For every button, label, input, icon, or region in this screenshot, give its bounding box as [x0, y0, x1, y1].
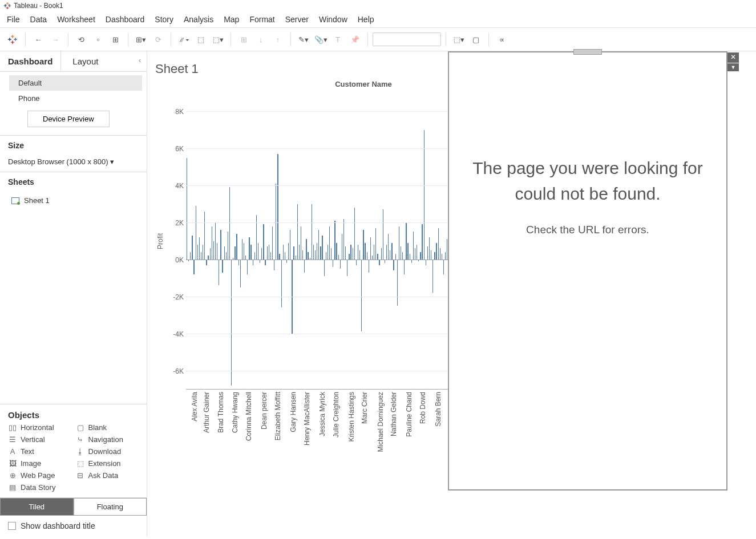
menu-help[interactable]: Help — [358, 15, 374, 24]
menubar: File Data Worksheet Dashboard Story Anal… — [0, 11, 756, 28]
sheets-header: Sheets — [0, 172, 147, 192]
menu-worksheet[interactable]: Worksheet — [57, 15, 95, 24]
object-icon: ▯▯ — [8, 423, 17, 432]
x-label: Elizabeth Moffitt — [274, 392, 282, 440]
object-ask-data[interactable]: ⊟Ask Data — [76, 471, 139, 480]
sort-desc-icon[interactable]: ⬚▾ — [210, 31, 226, 47]
x-label: Julie Creighton — [332, 392, 340, 437]
menu-dashboard[interactable]: Dashboard — [106, 15, 145, 24]
show-dashboard-title[interactable]: Show dashboard title — [0, 516, 147, 536]
object-icon: ⤷ — [76, 435, 85, 444]
back-icon[interactable]: ← — [30, 31, 46, 47]
size-header: Size — [0, 135, 147, 155]
menu-format[interactable]: Format — [249, 15, 274, 24]
menu-analysis[interactable]: Analysis — [184, 15, 213, 24]
checkbox-icon[interactable] — [8, 522, 16, 530]
group-icon[interactable]: ⊞ — [236, 31, 252, 47]
x-label: Henry MacAllister — [303, 392, 311, 445]
swap-icon[interactable]: ⫽▾ — [176, 31, 192, 47]
web-page-panel[interactable]: ✕ ▼ The page you were looking for could … — [448, 51, 727, 491]
object-data-story[interactable]: ▤Data Story — [8, 483, 71, 492]
save-icon[interactable]: ▫ — [90, 31, 106, 47]
x-label: Cathy Hwang — [231, 392, 239, 433]
device-preview-button[interactable]: Device Preview — [27, 111, 110, 127]
menu-story[interactable]: Story — [155, 15, 173, 24]
x-label: Sarah Bern — [434, 392, 442, 427]
tiled-button[interactable]: Tiled — [0, 498, 74, 516]
new-data-icon[interactable]: ⊞ — [107, 31, 123, 47]
sort-asc-icon[interactable]: ⬚ — [193, 31, 209, 47]
x-label: Corinna Mitchell — [245, 392, 253, 441]
sheet-item[interactable]: Sheet 1 — [8, 194, 139, 207]
size-dropdown[interactable]: Desktop Browser (1000 x 800) ▾ — [0, 155, 147, 172]
object-web-page[interactable]: ⊕Web Page — [8, 471, 71, 480]
x-label: Arthur Gainer — [203, 392, 211, 433]
x-label: Michael Dominguez — [377, 392, 385, 452]
presentation-icon[interactable]: ▢ — [468, 31, 484, 47]
object-extension[interactable]: ⬚Extension — [76, 459, 139, 468]
object-icon: A — [8, 447, 17, 456]
object-icon: ⭳ — [76, 447, 85, 456]
forward-icon[interactable]: → — [47, 31, 63, 47]
object-horizontal[interactable]: ▯▯Horizontal — [8, 423, 71, 432]
x-label: Gary Hansen — [289, 392, 297, 432]
device-default[interactable]: Default — [9, 75, 142, 91]
menu-server[interactable]: Server — [285, 15, 309, 24]
x-label: Pauline Chand — [405, 392, 413, 437]
object-download[interactable]: ⭳Download — [76, 447, 139, 456]
x-label: Marc Crier — [361, 392, 369, 424]
show-labels-icon[interactable]: ↓ — [253, 31, 269, 47]
pin-icon[interactable]: 📌 — [347, 31, 363, 47]
device-phone[interactable]: Phone — [9, 91, 142, 106]
y-axis-label: Profit — [155, 93, 165, 390]
drag-handle-icon[interactable] — [573, 49, 602, 55]
clip-icon[interactable]: 📎▾ — [313, 31, 329, 47]
object-icon: ▤ — [8, 483, 17, 492]
object-icon: ⊟ — [76, 471, 85, 480]
share-icon[interactable]: ∝ — [494, 31, 510, 47]
tab-layout[interactable]: Layout — [60, 51, 110, 71]
menu-map[interactable]: Map — [224, 15, 239, 24]
sidebar: Dashboard Layout ‹ Default Phone Device … — [0, 51, 147, 536]
close-icon[interactable]: ✕ — [727, 52, 739, 63]
dropdown-icon[interactable]: ▼ — [727, 63, 739, 71]
x-label: Nathan Gelder — [390, 392, 398, 436]
toolbar: ← → ⟲ ▫ ⊞ ⊞▾ ⟳ ⫽▾ ⬚ ⬚▾ ⊞ ↓ ↑ ✎▾ 📎▾ T 📌 ⬚… — [0, 28, 756, 51]
fit-dropdown[interactable] — [373, 33, 441, 46]
menu-file[interactable]: File — [7, 15, 20, 24]
object-navigation[interactable]: ⤷Navigation — [76, 435, 139, 444]
sheet-label: Sheet 1 — [24, 196, 50, 205]
dashboard-canvas: Sheet 1 Customer Name Profit -6K-4K-2K0K… — [147, 51, 756, 536]
menu-window[interactable]: Window — [319, 15, 347, 24]
object-blank[interactable]: ▢Blank — [76, 423, 139, 432]
show-me-icon[interactable]: ⬚▾ — [451, 31, 467, 47]
object-icon: ⬚ — [76, 459, 85, 468]
object-icon: ⊕ — [8, 471, 17, 480]
tableau-icon[interactable] — [5, 31, 21, 47]
error-subtitle: Check the URL for errors. — [526, 224, 649, 236]
x-label: Jessica Myrick — [318, 392, 326, 436]
object-image[interactable]: 🖼Image — [8, 459, 71, 468]
worksheet-icon — [11, 197, 19, 204]
highlight-icon[interactable]: ✎▾ — [296, 31, 312, 47]
x-label: Dean percer — [260, 392, 268, 429]
floating-button[interactable]: Floating — [74, 498, 147, 516]
x-label: Kristen Hastings — [347, 392, 355, 441]
error-title: The page you were looking for could not … — [449, 155, 726, 206]
collapse-sidebar-icon[interactable]: ‹ — [133, 51, 147, 71]
refresh-icon[interactable]: ⟳ — [150, 31, 166, 47]
text-icon[interactable]: T — [330, 31, 346, 47]
x-label: Rob Dowd — [419, 392, 427, 424]
objects-header: Objects — [8, 410, 139, 420]
undo-icon[interactable]: ⟲ — [73, 31, 89, 47]
tab-dashboard[interactable]: Dashboard — [0, 51, 60, 71]
new-worksheet-icon[interactable]: ⊞▾ — [133, 31, 149, 47]
menu-data[interactable]: Data — [30, 15, 47, 24]
object-icon: 🖼 — [8, 459, 17, 468]
object-vertical[interactable]: ☰Vertical — [8, 435, 71, 444]
window-title: Tableau - Book1 — [14, 2, 63, 10]
totals-icon[interactable]: ↑ — [270, 31, 286, 47]
tableau-logo-icon — [3, 2, 11, 10]
object-text[interactable]: AText — [8, 447, 71, 456]
x-label: Brad Thomas — [217, 392, 225, 433]
